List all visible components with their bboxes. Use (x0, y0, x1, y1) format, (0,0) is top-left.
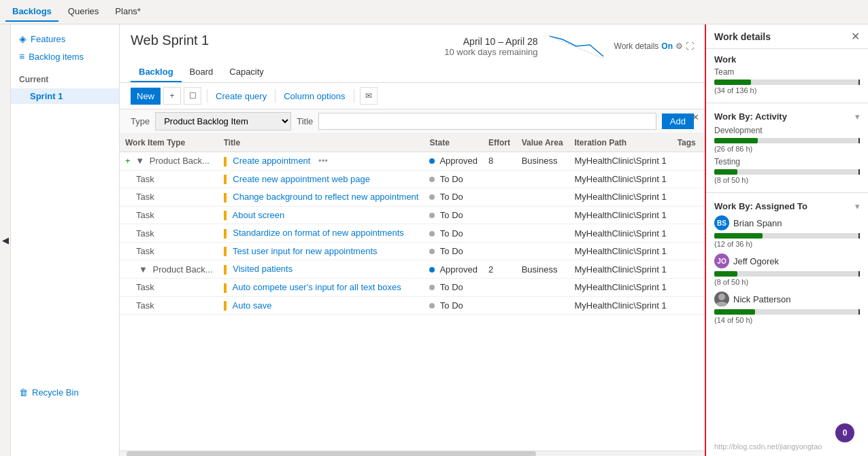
title-text[interactable]: About screen (233, 210, 285, 220)
expand-all-button[interactable]: ☐ (184, 87, 201, 105)
row-title: Test user input for new appointments (218, 242, 424, 260)
by-assigned-title: Work By: Assigned To (714, 201, 807, 211)
sidebar-toggle[interactable]: ◀ (0, 24, 11, 456)
horizontal-scrollbar[interactable] (120, 451, 705, 456)
avatar-brian: BS (714, 215, 729, 230)
state-dot (429, 158, 435, 164)
settings-icon[interactable]: ⚙ (675, 41, 683, 51)
more-btn[interactable]: ••• (318, 156, 328, 166)
title-color-bar (224, 229, 227, 239)
title-input[interactable] (318, 113, 656, 130)
title-text[interactable]: Visited patients (233, 264, 293, 274)
recycle-bin-icon: 🗑 (19, 387, 28, 398)
panel-close-button[interactable]: ✕ (851, 30, 860, 43)
new-button[interactable]: New (131, 88, 161, 105)
state-dot (429, 177, 435, 182)
add-button[interactable]: Add (662, 113, 694, 129)
scrollbar-thumb[interactable] (127, 451, 536, 456)
title-text[interactable]: Auto compete user's input for all text b… (233, 282, 401, 292)
add-child-row-btn[interactable]: + (125, 156, 131, 166)
sprint-date-range: April 10 – April 28 (444, 36, 537, 47)
close-form-button[interactable]: ✕ (692, 112, 699, 122)
sidebar: ◈ Features ≡ Backlog items Current Sprin… (11, 24, 120, 456)
notification-badge[interactable]: 0 (835, 423, 854, 442)
create-query-link[interactable]: Create query (213, 88, 269, 104)
row-title: About screen (218, 206, 424, 224)
expand-row-btn[interactable]: ▼ (135, 156, 144, 166)
state-text: To Do (440, 282, 463, 292)
top-nav: Backlogs Queries Plans* (0, 0, 868, 24)
title-text[interactable]: Create appointment (233, 156, 310, 166)
row-title: Change background to reflect new appoint… (218, 188, 424, 207)
nav-plans[interactable]: Plans* (108, 2, 148, 22)
row-tags (672, 188, 705, 207)
title-text[interactable]: Create new appointment web page (233, 174, 370, 184)
expand-row-btn[interactable]: ▼ (139, 264, 148, 275)
row-type: + ▼ Product Back... (120, 152, 218, 171)
row-effort (483, 170, 516, 188)
nav-backlogs[interactable]: Backlogs (5, 2, 59, 22)
row-effort (483, 296, 516, 315)
nav-queries[interactable]: Queries (61, 2, 106, 22)
email-button[interactable]: ✉ (360, 87, 378, 105)
sidebar-item-backlog-items[interactable]: ≡ Backlog items (11, 48, 119, 65)
sidebar-footer-recycle[interactable]: 🗑 Recycle Bin (11, 382, 120, 403)
expand-icon[interactable]: ⛶ (686, 41, 694, 51)
row-iter: MyHealthClinic\Sprint 1 (569, 152, 672, 171)
state-dot (429, 249, 435, 254)
backlog-items-icon: ≡ (19, 51, 24, 62)
person-row-nick: Nick Patterson (714, 292, 860, 306)
test-progress-label: (8 of 50 h) (714, 176, 860, 184)
nick-progress-marker (858, 309, 860, 315)
title-color-bar (224, 193, 227, 203)
row-title: Standardize on format of new appointment… (218, 224, 424, 243)
row-value (516, 170, 569, 188)
state-text: To Do (440, 174, 463, 184)
sprint-info: April 10 – April 28 10 work days remaini… (444, 33, 694, 60)
jeff-progress-label: (8 of 50 h) (714, 278, 860, 286)
type-select[interactable]: Product Backlog Item (155, 112, 291, 130)
divider-1 (706, 103, 868, 103)
title-text[interactable]: Test user input for new appointments (233, 246, 377, 256)
row-title: Create new appointment web page (218, 170, 424, 188)
state-dot (429, 194, 435, 200)
state-text: To Do (440, 192, 463, 202)
nick-progress-label: (14 of 50 h) (714, 316, 860, 324)
state-text: To Do (440, 246, 463, 256)
row-effort: 2 (483, 260, 516, 279)
row-iter: MyHealthClinic\Sprint 1 (569, 242, 672, 260)
row-value (516, 206, 569, 224)
tab-capacity[interactable]: Capacity (221, 63, 272, 82)
tab-board[interactable]: Board (182, 63, 222, 82)
title-text[interactable]: Change background to reflect new appoint… (233, 192, 418, 202)
add-child-button[interactable]: + (163, 87, 181, 105)
row-value (516, 224, 569, 243)
work-details-on: On (661, 41, 673, 51)
panel-title: Work details (714, 31, 771, 42)
state-text: To Do (440, 228, 463, 239)
col-header-value: Value Area (516, 134, 569, 152)
col-header-iter: Iteration Path (569, 134, 672, 152)
by-activity-title: Work By: Activity (714, 111, 787, 122)
dev-progress-fill (714, 138, 758, 143)
by-activity-expand-icon[interactable]: ▾ (855, 111, 860, 122)
row-value (516, 296, 569, 315)
sidebar-item-sprint1[interactable]: Sprint 1 (11, 88, 119, 104)
row-value (516, 188, 569, 207)
by-assigned-header: Work By: Assigned To ▾ (714, 201, 860, 211)
email-icon: ✉ (365, 91, 372, 101)
testing-label: Testing (714, 157, 860, 166)
column-options-link[interactable]: Column options (281, 88, 348, 104)
row-tags (672, 170, 705, 188)
col-header-state: State (424, 134, 483, 152)
by-assigned-expand-icon[interactable]: ▾ (855, 201, 860, 211)
col-header-title: Title (218, 134, 424, 152)
table-row: Task Change background to reflect new ap… (120, 188, 705, 207)
title-text[interactable]: Auto save (233, 300, 272, 311)
row-value: Business (516, 260, 569, 279)
row-state: To Do (424, 224, 483, 243)
sidebar-item-features[interactable]: ◈ Features (11, 30, 119, 48)
task-type-label: Task (136, 300, 154, 311)
title-text[interactable]: Standardize on format of new appointment… (233, 228, 403, 238)
tab-backlog[interactable]: Backlog (131, 63, 182, 82)
